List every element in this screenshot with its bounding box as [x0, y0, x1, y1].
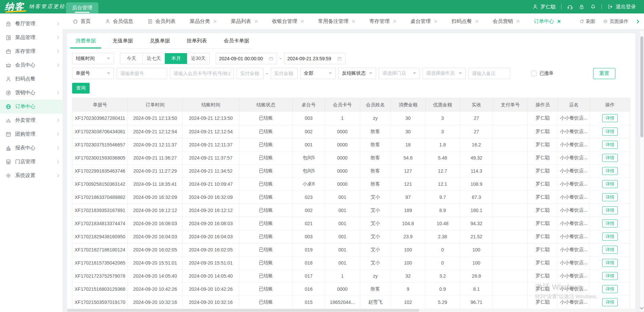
- sidebar-item-reports[interactable]: 报表中心: [0, 141, 63, 155]
- close-tab-icon[interactable]: [213, 20, 217, 23]
- detail-button[interactable]: 详情: [602, 285, 618, 293]
- detail-button[interactable]: 详情: [602, 141, 618, 149]
- sidebar-item-members[interactable]: 会员中心: [0, 58, 63, 72]
- tab-member-list[interactable]: 会员列表: [140, 13, 183, 29]
- cell-card-no: 1: [325, 112, 360, 125]
- admin-management-tab[interactable]: 后台管理: [66, 2, 98, 13]
- expand-arrow-icon[interactable]: [635, 20, 639, 23]
- tab-storage[interactable]: 寄存管理: [362, 13, 403, 29]
- doc-no-field-select[interactable]: 单据号: [72, 68, 114, 79]
- subtab-exchange-orders[interactable]: 兑换单据: [148, 33, 172, 48]
- globe-icon: [5, 103, 12, 110]
- range-today-button[interactable]: 今天: [120, 53, 143, 64]
- sidebar-item-stores[interactable]: 门店管理: [0, 155, 63, 169]
- reset-button[interactable]: 重置: [593, 68, 615, 79]
- cell-member-name: 散客: [360, 125, 391, 138]
- subtab-pending-orders[interactable]: 挂单列表: [185, 33, 209, 48]
- scroll-down-icon[interactable]: [640, 306, 643, 309]
- sidebar-item-orders[interactable]: 订单中心: [0, 100, 63, 113]
- date-to-input[interactable]: 2024-09-21 23:59:59: [284, 53, 345, 64]
- filter-row-fields: 单据号 - 全部 反结账状态: [72, 68, 630, 79]
- range-this-month-button[interactable]: 本月: [165, 53, 187, 64]
- tab-member-info[interactable]: 会员信息: [98, 13, 140, 29]
- detail-button[interactable]: 详情: [602, 114, 618, 122]
- query-button[interactable]: 查询: [72, 83, 90, 94]
- support-headset-icon[interactable]: [567, 4, 573, 10]
- detail-button[interactable]: 详情: [602, 219, 618, 228]
- tab-home[interactable]: 首页: [65, 13, 98, 29]
- detail-button[interactable]: 详情: [602, 167, 618, 175]
- sidebar-item-group-buy[interactable]: 团购管理: [0, 127, 63, 141]
- horizontal-scrollbar[interactable]: [67, 309, 635, 312]
- sidebar-item-dishes[interactable]: 菜品管理: [0, 31, 63, 44]
- scrollbar-thumb[interactable]: [67, 309, 419, 312]
- close-tab-icon[interactable]: [557, 20, 561, 23]
- logout-button[interactable]: 退出登录: [607, 4, 636, 10]
- tab-dish-list[interactable]: 菜品列表: [224, 13, 265, 29]
- close-tab-icon[interactable]: [254, 20, 258, 23]
- range-7days-button[interactable]: 近七天: [143, 53, 165, 64]
- detail-button[interactable]: 详情: [602, 246, 618, 254]
- sidebar-item-restaurant[interactable]: 餐厅管理: [0, 17, 63, 31]
- cell-operator: 罗仁聪: [527, 190, 557, 204]
- checkbox-icon[interactable]: [531, 71, 536, 76]
- cell-card-no: 001: [325, 204, 360, 217]
- amount-min-input[interactable]: [237, 68, 264, 79]
- detail-button[interactable]: 详情: [602, 298, 618, 306]
- tab-tables[interactable]: 桌台管理: [403, 13, 444, 29]
- cell-settle-status: 已结账: [239, 190, 293, 204]
- detail-button[interactable]: 详情: [602, 259, 618, 267]
- detail-button[interactable]: 详情: [602, 193, 618, 201]
- remark-input[interactable]: [468, 68, 510, 79]
- sidebar-item-scan-order[interactable]: 扫码点餐: [0, 72, 63, 86]
- range-30days-button[interactable]: 近30天: [187, 53, 209, 64]
- user-menu[interactable]: 罗仁聪: [532, 4, 556, 10]
- subtab-member-card-orders[interactable]: 会员卡单据: [222, 33, 251, 48]
- anti-settle-select[interactable]: 反结账状态: [338, 68, 376, 79]
- cancelled-filter[interactable]: 已撤单: [531, 70, 554, 76]
- close-tab-icon[interactable]: [516, 20, 520, 23]
- subtab-recharge-orders[interactable]: 充值单据: [111, 33, 135, 48]
- tab-cashier[interactable]: 收银台管理: [265, 13, 311, 29]
- tab-order-center[interactable]: 订单中心: [527, 13, 568, 29]
- cell-order-no: XF17021503597019170: [72, 296, 128, 309]
- store-select[interactable]: 请选择门店: [379, 68, 420, 79]
- close-tab-icon[interactable]: [475, 20, 479, 23]
- date-from-input[interactable]: 2024-09-01 00:00:00: [216, 53, 277, 64]
- tab-remarks[interactable]: 常用备注管理: [311, 13, 362, 29]
- close-tab-icon[interactable]: [393, 20, 396, 23]
- bell-icon[interactable]: [590, 4, 596, 10]
- settle-time-field-select[interactable]: 结账时间: [72, 53, 114, 64]
- subtab-consume-orders[interactable]: 消费单据: [73, 33, 98, 48]
- sidebar-item-settings[interactable]: 系统设置: [0, 169, 63, 182]
- close-tab-icon[interactable]: [300, 20, 304, 23]
- status-select[interactable]: 全部: [300, 68, 336, 79]
- cell-store-name: 小小餐饮店...: [558, 217, 590, 230]
- close-tab-icon[interactable]: [434, 20, 437, 23]
- scrollbar-thumb[interactable]: [640, 36, 643, 137]
- cell-discount-amount: 8.9: [425, 204, 460, 217]
- member-search-input[interactable]: [170, 68, 234, 79]
- lock-icon[interactable]: [579, 4, 585, 10]
- detail-button[interactable]: 详情: [602, 180, 618, 188]
- sidebar-item-marketing[interactable]: 营销中心: [0, 86, 63, 100]
- close-tab-icon[interactable]: [351, 20, 355, 23]
- doc-no-input[interactable]: [117, 68, 167, 79]
- sidebar-item-inventory[interactable]: 库存管理: [0, 44, 63, 58]
- detail-button[interactable]: 详情: [602, 154, 618, 162]
- sidebar-item-takeout[interactable]: 外卖管理: [0, 113, 63, 127]
- vertical-scrollbar[interactable]: [640, 31, 644, 311]
- operator-select[interactable]: 请选择操作员: [423, 68, 466, 79]
- tab-member-marketing[interactable]: 会员营销: [486, 13, 527, 29]
- refresh-button[interactable]: 刷新: [579, 19, 595, 25]
- page-operations-button[interactable]: 页面操作: [603, 19, 628, 25]
- chevron-right-icon: [56, 64, 59, 67]
- detail-button[interactable]: 详情: [602, 272, 618, 280]
- amount-max-input[interactable]: [271, 68, 298, 79]
- tab-scan-order[interactable]: 扫码点餐: [444, 13, 486, 29]
- detail-button[interactable]: 详情: [602, 206, 618, 214]
- detail-button[interactable]: 详情: [602, 128, 618, 136]
- tab-dish-category[interactable]: 菜品分类: [183, 13, 224, 29]
- detail-button[interactable]: 详情: [602, 233, 618, 241]
- col-action: 操作: [590, 98, 630, 112]
